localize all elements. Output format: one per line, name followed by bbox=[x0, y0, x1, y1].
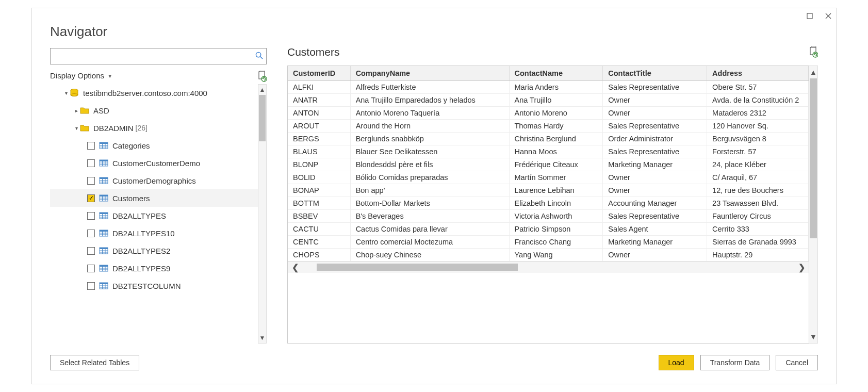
table-row[interactable]: BONAPBon app'Laurence LebihanOwner12, ru… bbox=[288, 184, 809, 197]
tree-table-customercustomerdemo[interactable]: CustomerCustomerDemo bbox=[50, 154, 258, 172]
scroll-thumb[interactable] bbox=[259, 95, 266, 141]
transform-button[interactable]: Transform Data bbox=[700, 355, 770, 370]
checkbox[interactable] bbox=[87, 230, 95, 237]
checkbox[interactable] bbox=[87, 212, 95, 220]
tree-table-db2alltypes[interactable]: DB2ALLTYPES bbox=[50, 207, 258, 224]
table-row[interactable]: BLONPBlondesddsl père et filsFrédérique … bbox=[288, 158, 809, 171]
hscroll-track[interactable] bbox=[302, 262, 794, 273]
scroll-up-icon[interactable]: ▲ bbox=[809, 66, 817, 78]
checkbox[interactable] bbox=[87, 177, 95, 185]
checkbox[interactable] bbox=[87, 247, 95, 255]
table-row[interactable]: BLAUSBlauer See DelikatessenHanna MoosSa… bbox=[288, 145, 809, 158]
scroll-track[interactable] bbox=[258, 95, 266, 333]
tree-table-db2alltypes10[interactable]: DB2ALLTYPES10 bbox=[50, 224, 258, 242]
data-table: CustomerIDCompanyNameContactNameContactT… bbox=[288, 66, 809, 262]
preview-header: Customers bbox=[287, 46, 818, 58]
vertical-scrollbar[interactable]: ▲ ▼ bbox=[809, 66, 818, 344]
select-related-button[interactable]: Select Related Tables bbox=[50, 355, 139, 370]
navigator-window: Navigator Display Options ▼ ▾tes bbox=[31, 8, 837, 384]
close-icon[interactable] bbox=[822, 10, 834, 22]
tree-folder-db2admin[interactable]: ▾DB2ADMIN[26] bbox=[50, 119, 258, 137]
svg-line-4 bbox=[260, 57, 263, 59]
table-row[interactable]: BOTTMBottom-Dollar MarketsElizabeth Linc… bbox=[288, 197, 809, 210]
scroll-right-icon[interactable]: ❯ bbox=[794, 263, 809, 272]
scroll-down-icon[interactable]: ▼ bbox=[809, 331, 817, 343]
table-icon bbox=[99, 247, 108, 255]
vscroll-thumb[interactable] bbox=[810, 78, 817, 238]
table-cell: Yang Wang bbox=[509, 249, 603, 262]
table-cell: Ana Trujillo Emparedados y helados bbox=[350, 94, 509, 107]
refresh-preview-icon[interactable] bbox=[809, 46, 818, 58]
svg-rect-22 bbox=[100, 177, 108, 179]
expander-icon[interactable]: ▸ bbox=[73, 108, 80, 113]
table-row[interactable]: ANTONAntonio Moreno TaqueríaAntonio More… bbox=[288, 107, 809, 120]
checkbox[interactable] bbox=[87, 142, 95, 150]
table-icon bbox=[99, 159, 108, 167]
table-row[interactable]: AROUTAround the HornThomas HardySales Re… bbox=[288, 120, 809, 133]
tree-table-customerdemographics[interactable]: CustomerDemographics bbox=[50, 172, 258, 189]
table-row[interactable]: ANATRAna Trujillo Emparedados y heladosA… bbox=[288, 94, 809, 107]
table-cell: Berglunds snabbköp bbox=[350, 133, 509, 145]
column-header[interactable]: Address bbox=[707, 66, 809, 81]
svg-rect-58 bbox=[100, 283, 108, 284]
search-icon[interactable] bbox=[255, 52, 263, 61]
table-row[interactable]: BSBEVB's BeveragesVictoria AshworthSales… bbox=[288, 210, 809, 223]
scroll-down-icon[interactable]: ▼ bbox=[258, 333, 266, 343]
tree-label: DB2ALLTYPES2 bbox=[112, 247, 170, 255]
table-cell: Antonio Moreno bbox=[509, 107, 603, 120]
table-cell: CACTU bbox=[288, 223, 350, 236]
folder-icon bbox=[80, 124, 89, 132]
tree-label: DB2ADMIN bbox=[93, 124, 134, 133]
vscroll-track[interactable] bbox=[809, 78, 817, 331]
table-row[interactable]: CHOPSChop-suey ChineseYang WangOwnerHaup… bbox=[288, 249, 809, 262]
load-button[interactable]: Load bbox=[659, 355, 694, 370]
scroll-left-icon[interactable]: ❮ bbox=[288, 263, 302, 272]
tree-table-db2testcolumn[interactable]: DB2TESTCOLUMN bbox=[50, 277, 258, 295]
table-cell: Marketing Manager bbox=[603, 158, 707, 171]
table-row[interactable]: CENTCCentro comercial MoctezumaFrancisco… bbox=[288, 236, 809, 249]
hscroll-thumb[interactable] bbox=[317, 264, 518, 271]
column-header[interactable]: ContactName bbox=[509, 66, 603, 81]
tree-table-db2alltypes2[interactable]: DB2ALLTYPES2 bbox=[50, 242, 258, 259]
checkbox[interactable] bbox=[87, 194, 95, 202]
horizontal-scrollbar[interactable]: ❮ ❯ bbox=[288, 262, 809, 273]
checkbox[interactable] bbox=[87, 282, 95, 290]
scroll-up-icon[interactable]: ▲ bbox=[258, 85, 266, 95]
search-box[interactable] bbox=[50, 48, 267, 64]
tree-table-customers[interactable]: Customers bbox=[50, 189, 258, 207]
table-cell: 23 Tsawassen Blvd. bbox=[707, 197, 809, 210]
table-cell: Owner bbox=[603, 249, 707, 262]
table-cell: Owner bbox=[603, 171, 707, 184]
table-row[interactable]: CACTUCactus Comidas para llevarPatricio … bbox=[288, 223, 809, 236]
table-cell: Forsterstr. 57 bbox=[707, 145, 809, 158]
cancel-button[interactable]: Cancel bbox=[776, 355, 818, 370]
svg-rect-28 bbox=[100, 195, 108, 197]
column-header[interactable]: CompanyName bbox=[350, 66, 509, 81]
table-row[interactable]: ALFKIAlfreds FutterkisteMaria AndersSale… bbox=[288, 81, 809, 94]
display-options-dropdown[interactable]: Display Options ▼ bbox=[50, 71, 112, 80]
table-cell: Hauptstr. 29 bbox=[707, 249, 809, 262]
table-cell: 12, rue des Bouchers bbox=[707, 184, 809, 197]
tree-folder-asd[interactable]: ▸ASD bbox=[50, 102, 258, 119]
column-header[interactable]: CustomerID bbox=[288, 66, 350, 81]
tree-table-categories[interactable]: Categories bbox=[50, 137, 258, 154]
tree-table-db2alltypes9[interactable]: DB2ALLTYPES9 bbox=[50, 259, 258, 277]
checkbox[interactable] bbox=[87, 265, 95, 272]
refresh-tree-icon[interactable] bbox=[257, 71, 267, 80]
table-row[interactable]: BOLIDBólido Comidas preparadasMartín Som… bbox=[288, 171, 809, 184]
maximize-icon[interactable] bbox=[804, 10, 816, 22]
tree-server-node[interactable]: ▾testibmdb2server.contoso.com:4000 bbox=[50, 84, 258, 102]
expander-icon[interactable]: ▾ bbox=[62, 90, 70, 96]
svg-rect-16 bbox=[100, 160, 108, 161]
checkbox[interactable] bbox=[87, 159, 95, 167]
column-header[interactable]: ContactTitle bbox=[603, 66, 707, 81]
header-row: CustomerIDCompanyNameContactNameContactT… bbox=[288, 66, 809, 81]
table-cell: Martín Sommer bbox=[509, 171, 603, 184]
titlebar bbox=[31, 8, 837, 24]
table-area: CustomerIDCompanyNameContactNameContactT… bbox=[287, 66, 818, 344]
search-input[interactable] bbox=[54, 52, 255, 60]
tree-scrollbar[interactable]: ▲ ▼ bbox=[258, 84, 267, 344]
table-cell: Frédérique Citeaux bbox=[509, 158, 603, 171]
expander-icon[interactable]: ▾ bbox=[73, 125, 80, 131]
table-row[interactable]: BERGSBerglunds snabbköpChristina Berglun… bbox=[288, 133, 809, 145]
